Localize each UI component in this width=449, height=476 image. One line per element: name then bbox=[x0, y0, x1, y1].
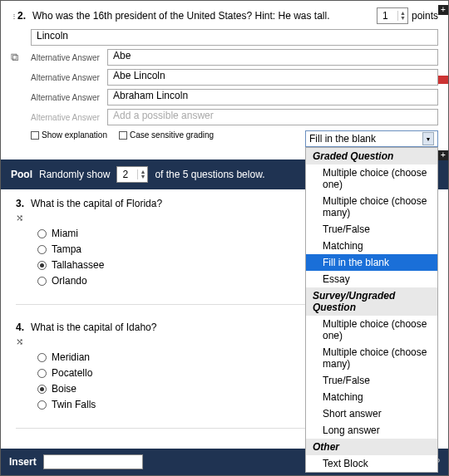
insert-label: Insert bbox=[9, 456, 37, 468]
alt-answer-input[interactable]: Abe bbox=[107, 49, 438, 66]
points-value: 1 bbox=[382, 10, 388, 22]
dropdown-item[interactable]: Fill in the blank bbox=[306, 254, 437, 271]
alt-answer-label: Alternative Answer bbox=[31, 73, 102, 82]
points-stepper[interactable]: 1 ▲▼ bbox=[377, 7, 408, 24]
radio-icon bbox=[37, 245, 47, 254]
alt-answer-placeholder[interactable]: Add a possible answer bbox=[107, 109, 438, 125]
pool-count-stepper[interactable]: 2 ▲▼ bbox=[116, 166, 148, 183]
alt-answer-input[interactable]: Abraham Lincoln bbox=[107, 89, 438, 106]
alt-answer-label: Alternative Answer bbox=[31, 93, 102, 102]
dropdown-item[interactable]: Multiple choice (choose many) bbox=[306, 344, 437, 372]
dropdown-group-header: Other bbox=[306, 439, 437, 455]
show-explanation-checkbox[interactable]: Show explanation bbox=[31, 130, 107, 140]
dropdown-group-header: Survey/Ungraded Question bbox=[306, 287, 437, 316]
pool-pre-text: Randomly show bbox=[39, 169, 110, 180]
question-text[interactable]: Who was the 16th president of the United… bbox=[32, 10, 377, 22]
dropdown-item[interactable]: Multiple choice (choose many) bbox=[306, 193, 437, 221]
checkbox-icon bbox=[119, 131, 127, 140]
question-number: 2. bbox=[17, 10, 26, 22]
points-label: points bbox=[412, 10, 438, 22]
dropdown-item[interactable]: True/False bbox=[306, 372, 437, 389]
dropdown-item[interactable]: True/False bbox=[306, 221, 437, 238]
radio-icon bbox=[37, 400, 47, 410]
radio-icon bbox=[37, 385, 47, 394]
dropdown-item[interactable]: Short answer bbox=[306, 405, 437, 422]
dropdown-item[interactable]: Essay bbox=[306, 271, 437, 287]
question-text[interactable]: What is the capital of Florida? bbox=[31, 198, 162, 209]
dropdown-item[interactable]: Text Block bbox=[306, 455, 437, 472]
stepper-arrows-icon[interactable]: ▲▼ bbox=[137, 169, 146, 179]
pool-label: Pool bbox=[11, 169, 32, 180]
dropdown-item[interactable]: Long answer bbox=[306, 422, 437, 439]
dropdown-item[interactable]: Matching bbox=[306, 389, 437, 405]
question-type-value: Fill in the blank bbox=[309, 133, 376, 145]
checkbox-icon bbox=[31, 131, 39, 140]
radio-icon bbox=[37, 369, 47, 378]
radio-icon bbox=[37, 353, 47, 362]
alt-answer-label: Alternative Answer bbox=[31, 53, 102, 62]
alt-answer-label-ghost: Alternative Answer bbox=[31, 113, 102, 122]
insert-select[interactable] bbox=[43, 454, 143, 469]
add-above-handle[interactable]: + bbox=[438, 5, 448, 15]
radio-icon bbox=[37, 277, 47, 286]
copy-icon[interactable]: ⧉ bbox=[11, 51, 18, 64]
add-below-handle[interactable]: + bbox=[438, 150, 448, 160]
question-type-dropdown-menu: Graded Question Multiple choice (choose … bbox=[305, 147, 438, 473]
chevron-down-icon: ▾ bbox=[422, 132, 434, 145]
dropdown-item[interactable]: Matching bbox=[306, 238, 437, 254]
question-type-select[interactable]: Fill in the blank ▾ bbox=[305, 130, 438, 147]
dropdown-item[interactable]: Multiple choice (choose one) bbox=[306, 164, 437, 193]
drag-handle-icon[interactable]: ⋮ bbox=[11, 12, 16, 20]
alt-answer-input[interactable]: Abe Lincoln bbox=[107, 69, 438, 86]
radio-icon bbox=[37, 261, 47, 270]
question-block: ⋮ 2. Who was the 16th president of the U… bbox=[1, 1, 448, 146]
stepper-arrows-icon[interactable]: ▲▼ bbox=[397, 11, 406, 21]
dropdown-item[interactable]: Multiple choice (choose one) bbox=[306, 316, 437, 344]
question-number: 3. bbox=[16, 198, 24, 209]
radio-icon bbox=[37, 229, 47, 238]
dropdown-group-header: Graded Question bbox=[306, 148, 437, 164]
question-text[interactable]: What is the capital of Idaho? bbox=[31, 321, 156, 333]
case-sensitive-checkbox[interactable]: Case sensitive grading bbox=[119, 130, 214, 140]
pool-post-text: of the 5 questions below. bbox=[155, 169, 264, 180]
delete-alt-handle[interactable] bbox=[438, 76, 448, 84]
question-number: 4. bbox=[16, 321, 24, 333]
primary-answer-input[interactable]: Lincoln bbox=[31, 29, 438, 46]
